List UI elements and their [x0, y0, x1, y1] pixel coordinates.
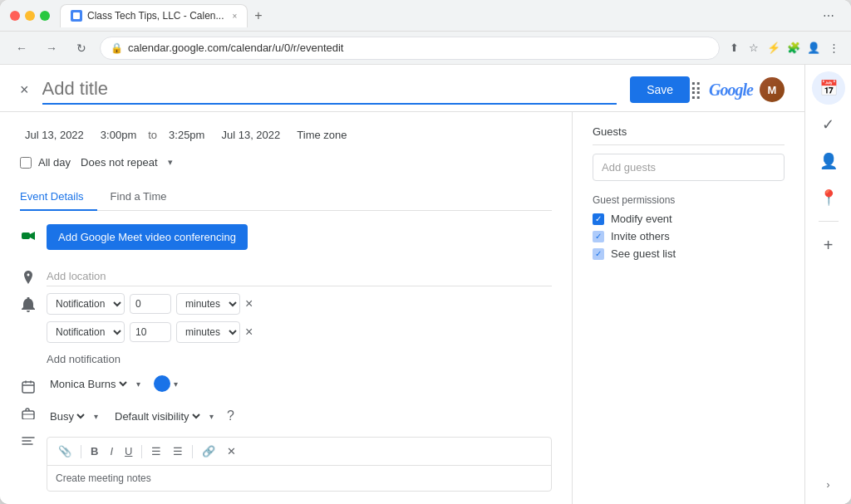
description-icon: [20, 433, 37, 450]
guests-section-title: Guests: [593, 125, 785, 145]
calendar-dropdown-icon: ▾: [136, 379, 140, 389]
notification-type-select-2[interactable]: Notification Email: [47, 321, 125, 343]
busy-select[interactable]: Busy Free: [47, 409, 87, 423]
calendar-select[interactable]: Monica Burns: [47, 377, 130, 391]
toolbar-divider-1: [81, 445, 81, 458]
add-app-btn[interactable]: +: [812, 228, 845, 262]
user-avatar[interactable]: M: [760, 77, 785, 102]
description-toolbar: 📎 B I U ☰ ☰ 🔗 ✕: [47, 438, 551, 466]
start-date-btn[interactable]: Jul 13, 2022: [20, 125, 89, 144]
modify-event-label: Modify event: [611, 213, 672, 225]
allday-checkbox[interactable]: [20, 157, 32, 169]
modify-event-checkbox[interactable]: ✓: [593, 213, 604, 225]
permission-see-guest-list: ✓ See guest list: [593, 247, 785, 260]
notification-value-1[interactable]: [130, 294, 171, 314]
user-icon[interactable]: 👤: [806, 41, 821, 56]
meet-icon: [20, 228, 37, 244]
tab-navigation: Event Details Find a Time: [20, 183, 552, 211]
tab-event-details[interactable]: Event Details: [20, 183, 97, 211]
unordered-list-btn[interactable]: ☰: [169, 443, 187, 460]
busy-dropdown-icon: ▾: [94, 412, 98, 421]
upload-icon[interactable]: ⬆: [726, 41, 741, 56]
browser-tab[interactable]: Class Tech Tips, LLC - Calen... ×: [60, 4, 248, 27]
permission-invite-others: ✓ Invite others: [593, 230, 785, 242]
sidebar-expand-btn[interactable]: ›: [827, 479, 830, 491]
notification-type-select-1[interactable]: Notification Email: [47, 293, 125, 315]
refresh-btn[interactable]: ↻: [70, 37, 93, 60]
meet-row: Add Google Meet video conferencing: [20, 224, 552, 260]
see-guest-list-checkbox[interactable]: ✓: [593, 248, 604, 260]
add-meet-btn[interactable]: Add Google Meet video conferencing: [47, 224, 248, 250]
notification-remove-btn-2[interactable]: ×: [245, 325, 253, 340]
ext-icon2[interactable]: 🧩: [786, 41, 801, 56]
datetime-row: Jul 13, 2022 3:00pm to 3:25pm Jul 13, 20…: [20, 125, 552, 144]
toolbar-divider-3: [192, 445, 193, 458]
permission-modify-event: ✓ Modify event: [593, 213, 785, 225]
maps-app-icon[interactable]: 📍: [812, 181, 845, 214]
check-icon-3: ✓: [595, 249, 602, 258]
notification-unit-select-2[interactable]: minutes hours days: [176, 321, 240, 343]
maximize-window-btn[interactable]: [40, 11, 50, 21]
minimize-window-btn[interactable]: [25, 11, 35, 21]
forward-btn[interactable]: →: [40, 37, 63, 60]
notification-unit-select-1[interactable]: minutes hours days: [176, 293, 240, 315]
close-form-btn[interactable]: ×: [20, 81, 29, 99]
window-controls: [10, 11, 50, 21]
bold-btn[interactable]: B: [86, 443, 102, 460]
guest-permissions-title: Guest permissions: [593, 194, 785, 206]
attach-btn[interactable]: 📎: [54, 443, 76, 460]
create-meeting-notes-btn[interactable]: Create meeting notes: [47, 466, 551, 491]
invite-others-checkbox[interactable]: ✓: [593, 231, 604, 242]
sidebar-divider: [819, 221, 839, 222]
underline-btn[interactable]: U: [121, 443, 136, 460]
repeat-select[interactable]: Does not repeat: [77, 154, 161, 170]
help-icon[interactable]: ?: [227, 409, 234, 423]
timezone-btn[interactable]: Time zone: [292, 125, 352, 144]
briefcase-icon: [20, 405, 37, 422]
ordered-list-btn[interactable]: ☰: [147, 443, 165, 460]
star-icon[interactable]: ☆: [746, 41, 761, 56]
repeat-dropdown-icon: ▾: [168, 157, 173, 168]
address-bar: ← → ↻ 🔒 calendar.google.com/calendar/u/0…: [0, 32, 851, 65]
add-notification-btn[interactable]: Add notification: [47, 350, 121, 369]
event-title-input[interactable]: [42, 75, 617, 105]
toolbar-divider-2: [141, 445, 142, 458]
location-input[interactable]: [47, 267, 552, 286]
visibility-select[interactable]: Default visibility Public Private: [111, 409, 203, 423]
tab-favicon: [71, 10, 82, 22]
url-bar[interactable]: 🔒 calendar.google.com/calendar/u/0/r/eve…: [100, 37, 720, 60]
notification-remove-btn-1[interactable]: ×: [245, 296, 253, 311]
check-icon: ✓: [595, 214, 602, 223]
italic-btn[interactable]: I: [106, 443, 117, 460]
apps-grid-icon[interactable]: ⣿: [690, 80, 702, 100]
new-tab-btn[interactable]: +: [248, 8, 268, 23]
back-btn[interactable]: ←: [10, 37, 33, 60]
color-dropdown-icon: ▾: [174, 379, 178, 389]
ext-icon1[interactable]: ⚡: [766, 41, 781, 56]
allday-label: All day: [38, 156, 71, 169]
more-icon[interactable]: ⋮: [826, 41, 841, 56]
add-guests-input[interactable]: [593, 154, 785, 181]
browser-menu-btn[interactable]: ⋯: [816, 9, 841, 22]
tab-find-a-time[interactable]: Find a Time: [97, 183, 180, 211]
contacts-app-icon[interactable]: 👤: [812, 144, 845, 178]
end-date-btn[interactable]: Jul 13, 2022: [216, 125, 285, 144]
remove-format-btn[interactable]: ✕: [223, 443, 240, 460]
invite-others-label: Invite others: [611, 230, 670, 242]
save-btn[interactable]: Save: [630, 76, 690, 103]
tasks-app-icon[interactable]: ✓: [812, 108, 845, 141]
url-text: calendar.google.com/calendar/u/0/r/event…: [128, 42, 343, 54]
start-time-btn[interactable]: 3:00pm: [96, 125, 141, 144]
main-content: × Save ⣿ Google M Jul 13, 2022: [0, 65, 851, 504]
calendar-color-selector[interactable]: ▾: [154, 375, 178, 392]
end-time-btn[interactable]: 3:25pm: [164, 125, 209, 144]
calendar-row: Monica Burns ▾ ▾: [20, 375, 552, 395]
tab-close-btn[interactable]: ×: [233, 12, 238, 21]
notification-value-2[interactable]: [130, 322, 171, 342]
notifications-row: Notification Email minutes hours days: [20, 293, 552, 369]
link-btn[interactable]: 🔗: [198, 443, 219, 460]
close-window-btn[interactable]: [10, 11, 20, 21]
calendar-color-dot[interactable]: [154, 375, 170, 392]
calendar-app-icon[interactable]: 📅: [812, 71, 845, 105]
check-icon-2: ✓: [595, 232, 602, 241]
